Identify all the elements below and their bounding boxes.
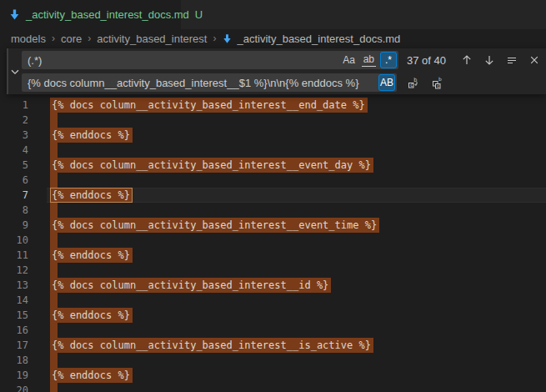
find-match bbox=[50, 143, 58, 158]
line-content: {% docs column__activity_based_interest_… bbox=[50, 158, 373, 173]
line-content bbox=[50, 203, 58, 218]
editor-line-2[interactable]: 2 bbox=[0, 113, 546, 128]
breadcrumb-separator: › bbox=[88, 33, 91, 44]
editor-line-11[interactable]: 11{% enddocs %} bbox=[0, 248, 546, 263]
line-number: 6 bbox=[0, 173, 28, 188]
find-match bbox=[50, 293, 58, 308]
find-match bbox=[50, 203, 58, 218]
search-input[interactable]: (.*) Aa ab .* bbox=[22, 51, 398, 69]
replace-value: {% docs column__activity_based_interest_… bbox=[28, 77, 378, 89]
line-content: {% enddocs %} bbox=[50, 368, 133, 383]
previous-match-button[interactable] bbox=[458, 52, 475, 68]
editor-line-17[interactable]: 17{% docs column__activity_based_interes… bbox=[0, 338, 546, 353]
editor-line-8[interactable]: 8 bbox=[0, 203, 546, 218]
line-content bbox=[50, 353, 58, 368]
match-case-toggle[interactable]: Aa bbox=[341, 52, 358, 68]
editor-line-20[interactable]: 20 bbox=[0, 383, 546, 392]
line-content: {% docs column__activity_based_interest_… bbox=[50, 338, 373, 353]
next-match-button[interactable] bbox=[481, 52, 498, 68]
tab-bar: _activity_based_interest_docs.md U bbox=[0, 0, 546, 29]
find-match: {% docs column__activity_based_interest_… bbox=[50, 278, 331, 293]
editor-line-15[interactable]: 15{% enddocs %} bbox=[0, 308, 546, 323]
replace-button[interactable]: b c bbox=[405, 74, 422, 91]
find-match bbox=[50, 383, 58, 392]
chevron-down-icon bbox=[8, 65, 22, 78]
editor-line-1[interactable]: 1{% docs column__activity_based_interest… bbox=[0, 98, 546, 113]
preserve-case-toggle[interactable]: AB bbox=[378, 74, 395, 91]
breadcrumb-separator: › bbox=[213, 33, 216, 44]
find-match: {% enddocs %} bbox=[50, 128, 133, 143]
line-number: 8 bbox=[0, 203, 28, 218]
tab-active-file[interactable]: _activity_based_interest_docs.md U bbox=[0, 0, 182, 29]
line-number: 17 bbox=[0, 338, 28, 353]
find-match bbox=[50, 113, 58, 128]
find-match bbox=[50, 323, 58, 338]
line-number: 1 bbox=[0, 98, 28, 113]
line-number: 7 bbox=[0, 188, 28, 203]
replace-all-button[interactable]: b c bbox=[429, 74, 446, 91]
line-content: {% docs column__activity_based_interest_… bbox=[50, 218, 379, 233]
svg-text:c: c bbox=[410, 82, 413, 88]
git-status-badge: U bbox=[195, 8, 203, 21]
editor-line-4[interactable]: 4 bbox=[0, 143, 546, 158]
editor-line-6[interactable]: 6 bbox=[0, 173, 546, 188]
line-number: 18 bbox=[0, 353, 28, 368]
current-find-match: {% enddocs %} bbox=[50, 188, 133, 203]
regex-toggle[interactable]: .* bbox=[380, 52, 397, 68]
line-content bbox=[50, 173, 58, 188]
replace-row: {% docs column__activity_based_interest_… bbox=[22, 73, 543, 92]
line-content bbox=[50, 263, 58, 278]
find-match bbox=[50, 173, 58, 188]
breadcrumb: models › core › activity_based_interest … bbox=[0, 29, 546, 48]
editor-line-16[interactable]: 16 bbox=[0, 323, 546, 338]
editor-line-13[interactable]: 13{% docs column__activity_based_interes… bbox=[0, 278, 546, 293]
markdown-file-icon bbox=[222, 33, 233, 44]
toggle-replace-button[interactable] bbox=[8, 48, 22, 94]
editor-line-14[interactable]: 14 bbox=[0, 293, 546, 308]
line-number: 16 bbox=[0, 323, 28, 338]
line-number: 13 bbox=[0, 278, 28, 293]
breadcrumb-item-file[interactable]: _activity_based_interest_docs.md bbox=[237, 33, 400, 45]
find-match: {% enddocs %} bbox=[50, 368, 133, 383]
replace-input[interactable]: {% docs column__activity_based_interest_… bbox=[22, 73, 397, 92]
match-count: 37 of 40 bbox=[407, 54, 458, 67]
editor-line-12[interactable]: 12 bbox=[0, 263, 546, 278]
line-number: 3 bbox=[0, 128, 28, 143]
find-match bbox=[50, 233, 58, 248]
editor-line-3[interactable]: 3{% enddocs %} bbox=[0, 128, 546, 143]
editor-line-7[interactable]: 7{% enddocs %} bbox=[0, 188, 546, 203]
line-content bbox=[50, 233, 58, 248]
find-replace-widget: (.*) Aa ab .* 37 of 40 bbox=[7, 48, 546, 94]
find-row: (.*) Aa ab .* 37 of 40 bbox=[22, 51, 543, 69]
find-in-selection-button[interactable] bbox=[503, 52, 520, 68]
editor-line-10[interactable]: 10 bbox=[0, 233, 546, 248]
line-number: 15 bbox=[0, 308, 28, 323]
find-match bbox=[50, 353, 58, 368]
line-number: 4 bbox=[0, 143, 28, 158]
find-match bbox=[50, 263, 58, 278]
editor-line-5[interactable]: 5{% docs column__activity_based_interest… bbox=[0, 158, 546, 173]
line-content bbox=[50, 113, 58, 128]
breadcrumb-item-activity-based-interest[interactable]: activity_based_interest bbox=[97, 33, 207, 45]
close-icon[interactable] bbox=[526, 52, 543, 68]
breadcrumb-item-models[interactable]: models bbox=[11, 33, 46, 45]
line-content: {% enddocs %} bbox=[50, 188, 133, 203]
editor-line-18[interactable]: 18 bbox=[0, 353, 546, 368]
line-content: {% enddocs %} bbox=[50, 308, 133, 323]
editor-line-19[interactable]: 19{% enddocs %} bbox=[0, 368, 546, 383]
line-number: 11 bbox=[0, 248, 28, 263]
line-number: 20 bbox=[0, 383, 28, 392]
editor-line-9[interactable]: 9{% docs column__activity_based_interest… bbox=[0, 218, 546, 233]
markdown-file-icon bbox=[8, 8, 21, 21]
whole-word-toggle[interactable]: ab bbox=[360, 52, 378, 68]
svg-text:b: b bbox=[438, 76, 442, 82]
svg-text:c: c bbox=[437, 83, 439, 88]
breadcrumb-item-core[interactable]: core bbox=[61, 33, 82, 45]
code-area: 1{% docs column__activity_based_interest… bbox=[0, 48, 546, 392]
line-number: 19 bbox=[0, 368, 28, 383]
find-match: {% enddocs %} bbox=[50, 248, 133, 263]
line-number: 12 bbox=[0, 263, 28, 278]
line-content bbox=[50, 293, 58, 308]
line-number: 2 bbox=[0, 113, 28, 128]
line-content bbox=[50, 323, 58, 338]
